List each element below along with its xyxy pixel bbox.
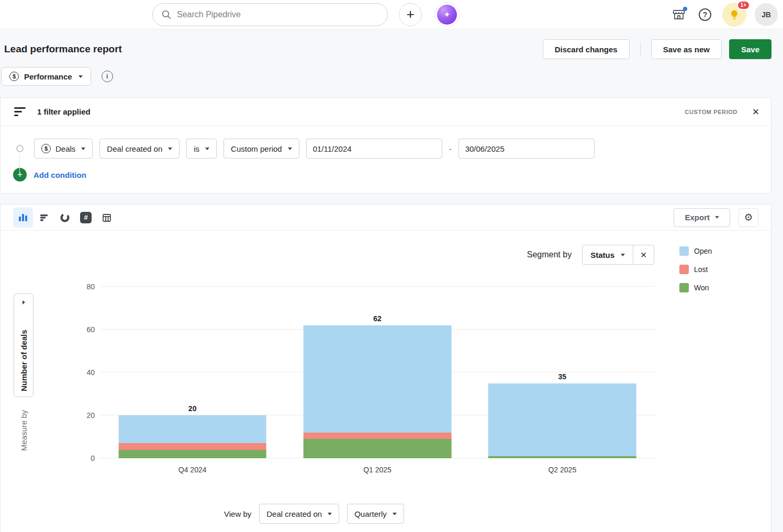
view-by-controls: View by Deal created on Quarterly xyxy=(224,504,404,524)
y-tick-label: 80 xyxy=(74,282,95,291)
marketplace-button[interactable] xyxy=(670,6,688,24)
measure-value-label: Number of deals xyxy=(19,309,28,391)
bar-chart-icon xyxy=(39,212,49,223)
legend-label: Open xyxy=(694,247,712,255)
bar-segment-lost[interactable] xyxy=(118,443,266,449)
bar-segment-won[interactable] xyxy=(304,439,452,458)
y-tick-label: 60 xyxy=(74,325,95,334)
view-interval-dropdown[interactable]: Quarterly xyxy=(347,504,404,524)
save-as-new-button[interactable]: Save as new xyxy=(651,39,722,59)
legend-swatch xyxy=(679,246,689,256)
notification-dot xyxy=(683,7,687,11)
settings-gear-button[interactable]: ⚙ xyxy=(739,208,758,227)
global-search[interactable] xyxy=(152,3,388,26)
discard-changes-button[interactable]: Discard changes xyxy=(543,39,630,59)
dollar-icon: $ xyxy=(9,72,19,81)
quick-add-button[interactable]: + xyxy=(399,3,422,26)
date-to-input[interactable] xyxy=(458,139,595,159)
chevron-down-icon xyxy=(288,148,292,150)
stacked-bar-q2-2025[interactable]: 35 xyxy=(488,383,636,459)
report-type-dropdown[interactable]: $ Performance xyxy=(1,67,91,86)
bar-total-label: 62 xyxy=(304,314,452,323)
y-tick-label: 0 xyxy=(74,454,95,462)
field-label: Deal created on xyxy=(107,144,162,153)
chart-type-pie-button[interactable] xyxy=(55,208,75,228)
chevron-down-icon xyxy=(168,148,172,150)
bar-segment-won[interactable] xyxy=(118,450,266,458)
whats-new-button[interactable]: 1+ xyxy=(722,3,746,27)
bar-slots: 206235 xyxy=(100,287,655,458)
header-actions: Discard changes Save as new Save xyxy=(543,39,771,59)
filter-body: $ Deals Deal created on is Custom period… xyxy=(1,126,771,193)
report-type-row: $ Performance i xyxy=(0,66,783,94)
y-axis-ticks: 020406080 xyxy=(74,287,95,458)
bar-segment-lost[interactable] xyxy=(304,433,452,439)
user-avatar[interactable]: JB xyxy=(755,3,778,26)
segment-by-label: Segment by xyxy=(527,250,572,259)
bar-segment-won[interactable] xyxy=(488,456,636,458)
x-axis-label: Q4 2024 xyxy=(100,466,285,474)
chevron-down-icon xyxy=(328,513,332,515)
filter-header: 1 filter applied CUSTOM PERIOD × xyxy=(1,98,771,126)
bar-segment-open[interactable] xyxy=(488,383,636,456)
info-icon[interactable]: i xyxy=(102,71,113,82)
view-field-dropdown[interactable]: Deal created on xyxy=(259,504,339,524)
bar-segment-open[interactable] xyxy=(118,415,266,443)
ai-assistant-button[interactable]: ✦ xyxy=(434,2,460,27)
chevron-down-icon xyxy=(205,148,209,150)
date-from-input[interactable] xyxy=(306,139,442,159)
chart-type-number-button[interactable]: # xyxy=(76,208,96,228)
custom-period-tag: CUSTOM PERIOD xyxy=(685,109,738,115)
stacked-bar-q1-2025[interactable]: 62 xyxy=(304,325,452,458)
measure-by-label: Measure by xyxy=(14,404,33,457)
y-tick-label: 40 xyxy=(74,368,95,377)
plus-icon: + xyxy=(406,6,414,22)
chart-type-bar-button[interactable] xyxy=(34,208,54,228)
plot-area: 206235 xyxy=(100,287,655,458)
close-filter-button[interactable]: × xyxy=(746,102,766,122)
segment-value-label: Status xyxy=(590,251,614,259)
value-type-dropdown[interactable]: Custom period xyxy=(223,139,299,159)
chart-legend: OpenLostWon xyxy=(679,246,712,292)
report-header: Lead performance report Discard changes … xyxy=(0,29,783,66)
table-icon xyxy=(102,212,112,223)
view-interval-label: Quarterly xyxy=(354,510,387,518)
stacked-bar-q4-2024[interactable]: 20 xyxy=(118,415,266,458)
chart-area: Segment by Status × OpenLostWon Number o… xyxy=(1,231,771,532)
search-input[interactable] xyxy=(177,10,379,19)
legend-item-lost[interactable]: Lost xyxy=(679,265,712,274)
x-axis-label: Q1 2025 xyxy=(285,466,469,474)
bar-segment-open[interactable] xyxy=(304,325,452,433)
remove-segment-button[interactable]: × xyxy=(633,245,654,264)
donut-chart-icon xyxy=(60,212,70,223)
export-label: Export xyxy=(685,213,710,222)
chevron-down-icon xyxy=(393,513,397,515)
chart-type-table-button[interactable] xyxy=(97,208,117,228)
measure-dropdown[interactable]: Number of deals xyxy=(14,293,33,397)
chart-type-column-button[interactable] xyxy=(13,208,33,228)
add-condition-button[interactable]: + Add condition xyxy=(13,168,86,182)
page-title: Lead performance report xyxy=(4,43,543,55)
segment-dropdown[interactable]: Status xyxy=(583,245,633,264)
help-button[interactable]: ? xyxy=(696,6,714,24)
legend-swatch xyxy=(679,265,689,274)
legend-item-won[interactable]: Won xyxy=(679,283,712,292)
connector-line xyxy=(19,155,20,174)
entity-dropdown[interactable]: $ Deals xyxy=(34,139,93,159)
plus-icon: + xyxy=(13,168,27,182)
segment-box: Status × xyxy=(582,245,654,265)
y-tick-label: 20 xyxy=(74,411,95,420)
view-field-label: Deal created on xyxy=(266,510,322,518)
entity-label: Deals xyxy=(55,144,75,153)
chart-panel: # Export ⚙ Segment by Status × OpenLostW… xyxy=(0,204,771,532)
save-button[interactable]: Save xyxy=(729,39,771,59)
field-dropdown[interactable]: Deal created on xyxy=(99,139,180,159)
chart-toolbar: # Export ⚙ xyxy=(1,205,771,231)
notification-badge: 1+ xyxy=(737,1,750,10)
legend-item-open[interactable]: Open xyxy=(679,246,712,256)
condition-radio[interactable] xyxy=(16,145,24,152)
legend-swatch xyxy=(679,283,689,292)
export-dropdown[interactable]: Export xyxy=(674,208,730,227)
segment-by-control: Segment by Status × xyxy=(527,245,654,265)
operator-dropdown[interactable]: is xyxy=(186,139,217,159)
